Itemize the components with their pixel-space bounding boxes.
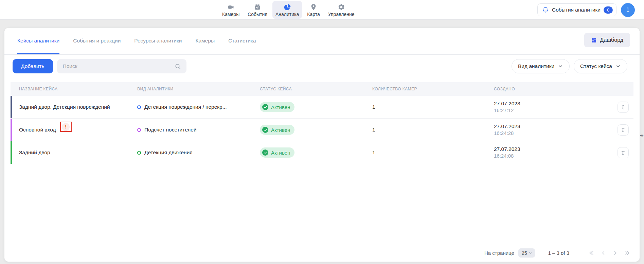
analytics-type: Подсчет посетителей [144, 127, 197, 133]
nav-item-cameras[interactable]: Камеры [219, 1, 243, 19]
nav-label-map: Карта [307, 12, 320, 17]
dashboard-button[interactable]: Дашборд [584, 33, 630, 47]
delete-button[interactable] [618, 147, 629, 158]
exclamation-icon: ! [62, 123, 70, 131]
filter-analytics-type[interactable]: Вид аналитики [512, 59, 570, 73]
analytics-type: Детекция повреждения / перекр... [144, 104, 227, 110]
search-icon [174, 63, 181, 70]
pagination: На странице 25 1 – 3 of 3 [484, 248, 631, 258]
search-input[interactable] [62, 63, 174, 70]
search-box [57, 59, 186, 73]
filter-analytics-type-label: Вид аналитики [518, 63, 554, 69]
calendar-check-icon [253, 3, 262, 11]
filter-case-status[interactable]: Статус кейса [574, 59, 627, 73]
first-page-button[interactable] [588, 249, 595, 257]
per-page-label: На странице [484, 250, 514, 256]
table-row[interactable]: Основной вход ! Подсчет посетителей Акти… [11, 119, 633, 141]
map-pin-icon [309, 3, 318, 11]
table-row[interactable]: Задний двор. Детекция повреждений Детекц… [11, 96, 633, 119]
mouse-cursor: ⇹ [640, 133, 644, 138]
per-page-value: 25 [522, 250, 527, 256]
events-button-label: События аналитики [552, 7, 601, 13]
tab-statistics[interactable]: Статистика [228, 28, 256, 54]
pager-controls [588, 249, 631, 257]
previous-page-button[interactable] [600, 249, 607, 257]
created-date: 27.07.2023 [494, 123, 520, 129]
analytics-type-dot-icon [137, 105, 141, 109]
analytics-events-button[interactable]: События аналитики 0 [537, 3, 616, 16]
status-label: Активен [271, 150, 290, 156]
column-header-type: ВИД АНАЛИТИКИ [137, 87, 260, 91]
table-header: НАЗВАНИЕ КЕЙСА ВИД АНАЛИТИКИ СТАТУС КЕЙС… [11, 82, 633, 96]
row-accent-bar [11, 141, 12, 164]
tab-analytics-resources[interactable]: Ресурсы аналитики [134, 28, 182, 54]
column-header-status: СТАТУС КЕЙСА [260, 87, 372, 91]
status-badge: Активен [260, 125, 294, 135]
bell-icon [542, 6, 549, 13]
camera-count: 1 [372, 104, 494, 110]
created-cell: 27.07.2023 16:24:08 [494, 146, 588, 159]
dashboard-grid-icon [591, 37, 597, 43]
created-cell: 27.07.2023 16:24:28 [494, 123, 588, 136]
toolbar: Добавить Вид аналитики Статус кейса [4, 59, 640, 73]
nav-label-cameras: Камеры [222, 12, 239, 17]
case-name: Задний двор. Детекция повреждений [19, 104, 110, 110]
nav-item-map[interactable]: Карта [304, 1, 323, 19]
nav-label-events: События [248, 12, 267, 17]
camera-count: 1 [372, 127, 494, 133]
avatar[interactable]: 1 [621, 3, 635, 17]
row-accent-bar [11, 119, 12, 141]
status-badge: Активен [260, 102, 294, 112]
tab-bar: Кейсы аналитики События и реакции Ресурс… [4, 28, 640, 55]
case-name: Основной вход [19, 127, 56, 133]
filter-case-status-label: Статус кейса [580, 63, 612, 69]
topbar-right: События аналитики 0 1 [537, 0, 635, 20]
created-date: 27.07.2023 [494, 146, 520, 152]
alert-highlight-box: ! [60, 122, 72, 132]
chevron-down-icon [615, 64, 621, 69]
cases-table: НАЗВАНИЕ КЕЙСА ВИД АНАЛИТИКИ СТАТУС КЕЙС… [11, 82, 633, 164]
dashboard-button-label: Дашборд [600, 37, 624, 43]
add-button[interactable]: Добавить [13, 59, 53, 73]
gear-icon [337, 3, 345, 11]
column-header-name: НАЗВАНИЕ КЕЙСА [19, 87, 137, 91]
created-time: 16:24:08 [494, 153, 514, 159]
nav-item-management[interactable]: Управление [325, 1, 358, 19]
app: Камеры События Аналитика Карта [0, 0, 644, 264]
pie-chart-icon [283, 3, 291, 11]
analytics-type-dot-icon [137, 151, 141, 155]
content-card: Кейсы аналитики События и реакции Ресурс… [4, 28, 640, 262]
created-time: 16:24:28 [494, 130, 514, 136]
delete-button[interactable] [618, 124, 629, 136]
nav-label-analytics: Аналитика [275, 12, 299, 17]
per-page-select[interactable]: 25 [518, 248, 535, 258]
created-time: 16:27:12 [494, 107, 514, 113]
analytics-type: Детекция движения [144, 149, 193, 156]
camera-count: 1 [372, 149, 494, 156]
created-cell: 27.07.2023 16:27:12 [494, 101, 588, 113]
next-page-button[interactable] [611, 249, 619, 257]
delete-button[interactable] [618, 102, 629, 113]
case-name: Задний двор [19, 149, 50, 156]
tab-events-reactions[interactable]: События и реакции [73, 28, 121, 54]
status-label: Активен [271, 127, 290, 133]
events-count-badge: 0 [604, 6, 613, 14]
tab-cameras[interactable]: Камеры [195, 28, 215, 54]
table-row[interactable]: Задний двор Детекция движения Активен 1 … [11, 141, 633, 164]
video-camera-icon [227, 3, 235, 11]
main-nav: Камеры События Аналитика Карта [219, 0, 358, 20]
status-label: Активен [271, 104, 290, 110]
topbar: Камеры События Аналитика Карта [0, 0, 644, 20]
chevron-down-icon [558, 64, 563, 69]
nav-item-analytics[interactable]: Аналитика [272, 1, 302, 19]
nav-label-management: Управление [328, 12, 355, 17]
tab-analytics-cases[interactable]: Кейсы аналитики [17, 28, 59, 54]
check-icon [262, 149, 268, 156]
nav-item-events[interactable]: События [245, 1, 270, 19]
column-header-cameras: КОЛИЧЕСТВО КАМЕР [372, 87, 494, 91]
status-badge: Активен [260, 147, 294, 158]
check-icon [262, 127, 268, 133]
last-page-button[interactable] [623, 249, 631, 257]
pagination-range: 1 – 3 of 3 [548, 250, 569, 256]
row-accent-bar [11, 96, 12, 118]
